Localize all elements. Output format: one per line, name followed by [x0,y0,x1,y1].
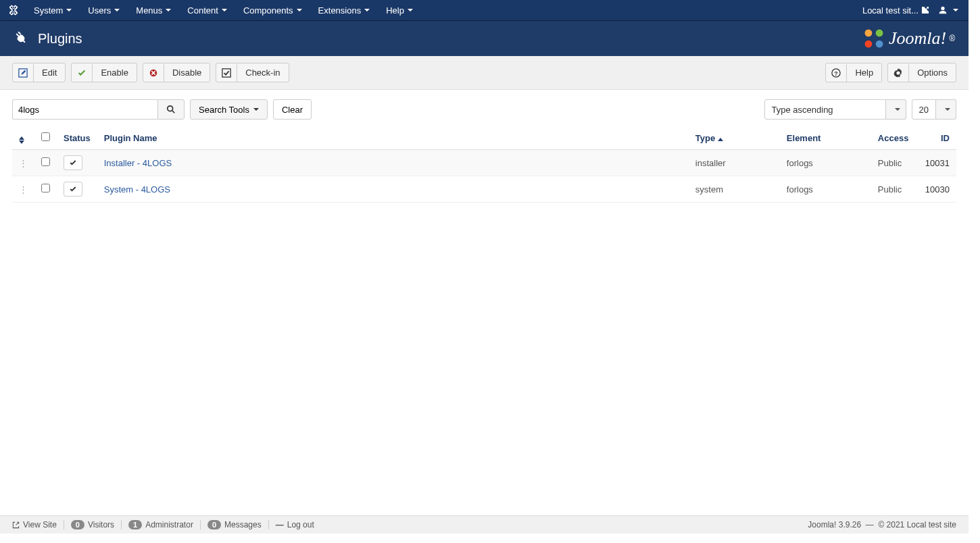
check-icon [69,185,77,193]
count-badge: 1 [128,520,142,529]
search-input[interactable] [12,99,157,120]
count-badge: 0 [207,520,221,529]
messages-link[interactable]: 0 Messages [201,520,269,529]
svg-point-1 [876,30,883,37]
filter-bar: Search Tools Clear Type ascending 20 [12,99,956,120]
button-label: Check-in [237,63,288,82]
menu-system[interactable]: System [26,0,80,20]
help-icon: ? [831,68,841,78]
menu-components[interactable]: Components [235,0,310,20]
filter-right: Type ascending 20 [764,99,956,120]
label: Messages [224,520,262,529]
svg-point-0 [864,30,872,37]
admin-topbar: System Users Menus Content Components Ex… [0,0,969,21]
view-site-link[interactable]: View Site [12,520,64,529]
sort-select[interactable]: Type ascending [764,99,906,120]
help-button[interactable]: ? Help [825,63,882,82]
menu-label: Components [243,5,293,16]
status-footer: View Site 0 Visitors 1 Administrator 0 M… [0,515,969,534]
page-title: Plugins [38,31,82,47]
row-checkbox[interactable] [41,184,50,192]
disable-icon [149,68,158,78]
footer-left: View Site 0 Visitors 1 Administrator 0 M… [12,520,321,529]
status-toggle[interactable] [64,155,82,170]
button-label: Search Tools [199,105,249,115]
menu-content[interactable]: Content [179,0,235,20]
caret-down-icon [364,9,370,11]
sort-ordering-icon[interactable] [19,136,24,144]
limit-select[interactable]: 20 [912,99,956,120]
plugin-access: Public [871,150,918,176]
toolbar-left: Edit Enable Disable Check-in [12,63,289,82]
caret-down-icon [66,9,72,11]
menu-extensions[interactable]: Extensions [310,0,378,20]
plugin-access: Public [871,176,918,203]
plugin-id: 10030 [918,176,956,203]
joomla-brand: Joomla! ® [862,26,955,51]
col-element[interactable]: Element [787,133,821,143]
select-value: Type ascending [764,99,886,120]
search-icon [166,105,176,114]
search-submit-button[interactable] [157,99,185,120]
select-caret [886,99,906,120]
plugin-name-link[interactable]: Installer - 4LOGS [104,158,172,168]
menu-users[interactable]: Users [80,0,128,20]
menu-label: System [34,5,63,16]
svg-text:?: ? [835,70,838,76]
plugin-element: forlogs [780,150,871,176]
footer-right: Joomla! 3.9.26 — © 2021 Local test site [808,520,956,529]
plugin-type: installer [689,150,780,176]
svg-rect-6 [222,68,230,76]
check-all[interactable] [41,132,50,141]
menu-menus[interactable]: Menus [128,0,179,20]
caret-down-icon [166,9,171,11]
menu-help[interactable]: Help [378,0,421,20]
plugins-table: Status Plugin Name Type Element Access I… [12,126,956,203]
filter-left: Search Tools Clear [12,99,312,120]
col-status[interactable]: Status [64,133,91,143]
drag-handle-icon[interactable]: ⋮ [19,158,28,168]
table-row: ⋮ System - 4LOGS system forlogs Public 1… [12,176,956,203]
caret-down-icon [408,9,413,11]
select-value: 20 [912,99,936,120]
plugin-id: 10031 [918,150,956,176]
admins-link[interactable]: 1 Administrator [122,520,201,529]
col-name[interactable]: Plugin Name [104,133,157,143]
joomla-icon[interactable] [7,3,20,17]
search-tools-button[interactable]: Search Tools [190,99,268,120]
col-access[interactable]: Access [878,133,909,143]
plugin-type: system [689,176,780,203]
user-menu[interactable] [935,5,962,15]
edit-button[interactable]: Edit [12,63,66,82]
button-label: Edit [34,63,65,82]
menu-label: Extensions [318,5,362,16]
table-row: ⋮ Installer - 4LOGS installer forlogs Pu… [12,150,956,176]
col-id[interactable]: ID [941,133,950,143]
site-name: Local test sit... [862,5,918,16]
col-type[interactable]: Type [695,133,723,143]
view-frontend-link[interactable]: Local test sit... [862,5,929,16]
checkin-button[interactable]: Check-in [216,63,289,82]
row-checkbox[interactable] [41,157,50,166]
plugin-name-link[interactable]: System - 4LOGS [104,184,170,195]
disable-button[interactable]: Disable [143,63,210,82]
button-label: Enable [93,63,136,82]
svg-point-2 [864,41,872,48]
visitors-link[interactable]: 0 Visitors [64,520,122,529]
user-icon [938,5,948,15]
drag-handle-icon[interactable]: ⋮ [19,184,28,195]
label: Administrator [145,520,193,529]
button-label: Options [909,63,956,82]
label: Log out [287,520,314,529]
svg-point-3 [876,41,883,48]
options-button[interactable]: Options [887,63,956,82]
status-toggle[interactable] [64,182,82,197]
logout-link[interactable]: — Log out [269,520,321,529]
menu-label: Menus [136,5,162,16]
label: Visitors [88,520,114,529]
enable-button[interactable]: Enable [71,63,137,82]
edit-icon [18,68,28,78]
caret-down-icon [253,108,259,111]
clear-button[interactable]: Clear [273,99,312,120]
button-label: Disable [164,63,210,82]
